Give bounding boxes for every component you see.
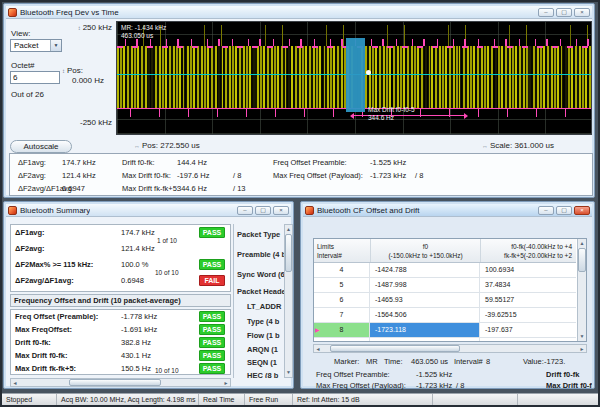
summary-label: Max FreqOffset: <box>15 325 72 334</box>
list-item[interactable]: HEC (8 b <box>247 371 278 378</box>
summary-horizontal-scrollbar[interactable]: ◄ ► <box>10 378 231 387</box>
y-axis-top-label[interactable]: ↕250 kHz <box>54 23 112 32</box>
summary-count: 10 of 10 <box>155 367 179 374</box>
view-dropdown[interactable]: Packet ▼ <box>10 39 62 52</box>
result-count: / 8 <box>415 171 423 180</box>
scroll-up-icon[interactable]: ▲ <box>285 226 292 233</box>
cell-drift[interactable]: 59.55127 <box>480 293 574 307</box>
list-item[interactable]: Preamble (4 b <box>237 250 284 259</box>
marker-readout-freq: MR: -1.434 kHz <box>121 24 166 32</box>
result-count: / 13 <box>233 184 246 193</box>
summary-value: 100.0 % <box>121 260 149 269</box>
x-axis-pos-label[interactable]: ↔Pos: 272.550 us <box>134 141 200 150</box>
column-header-drift: f0-fk(-40.00kHz to +4fk-fk+5(-20.00kHz t… <box>480 239 574 262</box>
summary-label: ΔF2Max% >= 115 kHz: <box>15 260 93 269</box>
freq-dev-trace-plot[interactable]: MR: -1.434 kHz 463.050 us Max Drift f0-f… <box>116 21 592 135</box>
x-axis-scale-label[interactable]: ↔Scale: 361.000 us <box>482 141 554 150</box>
app-icon <box>8 206 17 215</box>
scroll-left-icon[interactable]: ◄ <box>11 379 19 386</box>
scrollbar-thumb[interactable] <box>285 234 292 272</box>
table-horizontal-scrollbar[interactable]: ◄ ► <box>313 344 587 353</box>
table-row[interactable]: 6 -1465.93 59.55127 <box>314 293 576 308</box>
close-button[interactable]: × <box>574 8 590 17</box>
table-row[interactable]: 4 -1424.788 100.6934 <box>314 263 576 278</box>
cell-f0[interactable]: -1465.93 <box>370 293 480 307</box>
list-item[interactable]: Sync Word (6 <box>237 270 284 279</box>
list-item[interactable]: SEQN (1 <box>247 358 277 367</box>
scrollbar-thumb[interactable] <box>578 248 586 272</box>
close-button[interactable]: × <box>273 206 289 215</box>
packet-info-list: Packet Type Preamble (4 b Sync Word (6 P… <box>233 224 284 378</box>
octet-input[interactable] <box>10 71 60 84</box>
annotation-label: Max Drift f0-f0-5 <box>368 106 415 114</box>
cell-interval[interactable]: 5 <box>314 278 370 292</box>
summary-label: Freq Offset (Preamble): <box>15 312 98 321</box>
list-item[interactable]: LT_ADDR <box>247 302 281 311</box>
packet-list-scrollbar[interactable]: ▲ ▼ <box>284 224 293 378</box>
window-bluetooth-summary: Bluetooth Summary – ▢ × ΔF1avg: 174.7 kH… <box>3 201 294 389</box>
maximize-button[interactable]: ▢ <box>556 8 572 17</box>
list-item[interactable]: Packet Heade <box>237 287 284 296</box>
scrollbar-thumb[interactable] <box>69 379 161 386</box>
scroll-right-icon[interactable]: ► <box>578 345 586 352</box>
scroll-right-icon[interactable]: ► <box>222 379 230 386</box>
window-title: Bluetooth Summary <box>20 206 90 215</box>
maximize-button[interactable]: ▢ <box>556 206 572 215</box>
cell-f0[interactable]: -1487.998 <box>370 278 480 292</box>
minimize-button[interactable]: – <box>538 206 554 215</box>
result-label: ΔF1avg: <box>18 158 46 167</box>
list-item[interactable]: Packet Type <box>237 230 280 239</box>
cell-drift[interactable]: -39.62515 <box>480 308 574 322</box>
result-value: -1.525 kHz <box>370 158 406 167</box>
scroll-down-icon[interactable]: ▼ <box>578 333 586 340</box>
cell-drift[interactable]: 100.6934 <box>480 263 574 277</box>
marker-name: MR <box>366 357 378 366</box>
summary-count: 1 of 10 <box>157 237 177 244</box>
summary-label: ΔF2avg/ΔF1avg: <box>15 276 74 285</box>
cell-f0-selected[interactable]: -1723.118 <box>370 323 480 337</box>
list-item[interactable]: Flow (1 b <box>247 331 280 340</box>
list-item[interactable]: Type (4 b <box>247 317 279 326</box>
table-row[interactable]: 7 -1564.506 -39.62515 <box>314 308 576 323</box>
status-acquisition: Acq BW: 10.00 MHz, Acq Length: 4.198 ms <box>57 394 199 405</box>
table-row[interactable]: 9 -1813.348 43.1355 <box>314 338 576 342</box>
table-row[interactable]: 5 -1487.998 37.4834 <box>314 278 576 293</box>
titlebar-freq-dev[interactable]: Bluetooth Freq Dev vs Time – ▢ × <box>6 6 592 19</box>
table-row-selected[interactable]: ▶8 -1723.118 -197.637 <box>314 323 576 338</box>
titlebar-summary[interactable]: Bluetooth Summary – ▢ × <box>6 204 291 217</box>
section-header: Frequency Offset and Drift (10 packet-av… <box>10 294 231 307</box>
table-vertical-scrollbar[interactable]: ▲ ▼ <box>577 239 586 341</box>
scroll-up-icon[interactable]: ▲ <box>578 240 586 247</box>
result-value: 121.4 kHz <box>62 171 96 180</box>
status-state: Stopped <box>2 394 57 405</box>
cell-f0[interactable]: -1564.506 <box>370 308 480 322</box>
scroll-down-icon[interactable]: ▼ <box>285 369 292 376</box>
annotation-value: 344.6 Hz <box>368 114 394 122</box>
cell-drift[interactable]: -197.637 <box>480 323 574 337</box>
cell-interval[interactable]: 7 <box>314 308 370 322</box>
chevron-down-icon[interactable]: ▼ <box>50 40 61 51</box>
cell-interval[interactable]: 6 <box>314 293 370 307</box>
maximize-button[interactable]: ▢ <box>255 206 271 215</box>
titlebar-cf-offset[interactable]: Bluetooth CF Offset and Drift – ▢ × <box>303 204 592 217</box>
scroll-left-icon[interactable]: ◄ <box>314 345 322 352</box>
marker-dot[interactable] <box>366 70 371 75</box>
cell-f0[interactable]: -1424.788 <box>370 263 480 277</box>
minimize-button[interactable]: – <box>538 8 554 17</box>
cell-drift[interactable]: 43.1355 <box>480 338 574 342</box>
readout-label: Freq Offset Preamble: <box>316 370 390 379</box>
cell-f0[interactable]: -1813.348 <box>370 338 480 342</box>
status-badge: PASS <box>199 363 225 374</box>
list-item[interactable]: ARQN (1 <box>247 345 278 354</box>
y-axis-pos-label[interactable]: ↕Pos: <box>62 66 83 75</box>
cell-interval[interactable]: 9 <box>314 338 370 342</box>
minimize-button[interactable]: – <box>237 206 253 215</box>
autoscale-button[interactable]: Autoscale <box>10 140 72 153</box>
cell-interval[interactable]: ▶8 <box>314 323 370 337</box>
cell-interval[interactable]: 4 <box>314 263 370 277</box>
scrollbar-thumb[interactable] <box>330 345 460 352</box>
window-cf-offset-and-drift: Bluetooth CF Offset and Drift – ▢ × Limi… <box>300 201 595 389</box>
close-button[interactable]: × <box>574 206 590 215</box>
cell-drift[interactable]: 37.4834 <box>480 278 574 292</box>
status-badge: PASS <box>199 227 225 238</box>
